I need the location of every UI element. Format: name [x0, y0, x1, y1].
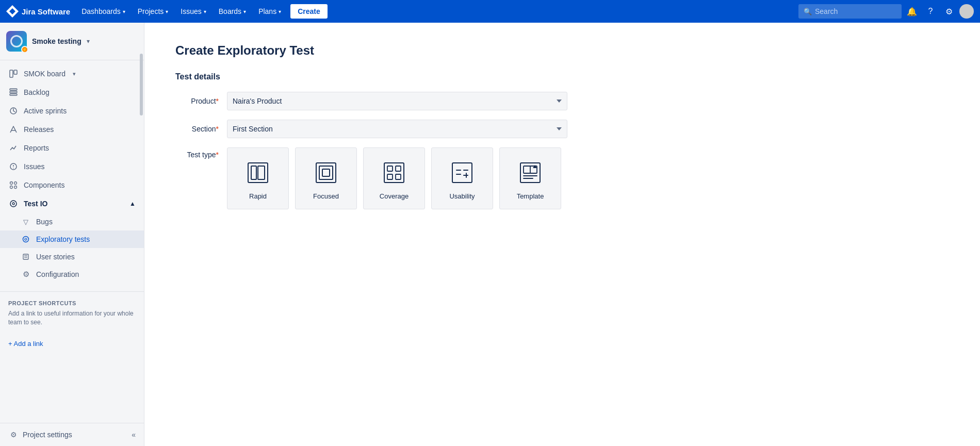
chevron-down-icon: ▾	[123, 9, 125, 14]
sidebar-item-reports[interactable]: Reports	[0, 139, 144, 157]
sidebar-item-smok-board[interactable]: SMOK board ▾	[0, 64, 144, 83]
main-content: Create Exploratory Test Test details Pro…	[144, 23, 980, 446]
focused-label: Focused	[313, 192, 339, 200]
svg-rect-1	[14, 70, 17, 74]
svg-rect-4	[10, 94, 17, 95]
rapid-icon	[242, 157, 273, 188]
test-io-chevron-icon: ▲	[129, 200, 136, 207]
svg-rect-18	[23, 254, 28, 259]
svg-point-15	[12, 203, 14, 205]
test-type-template[interactable]: Template	[499, 147, 561, 209]
svg-point-9	[13, 168, 14, 169]
search-input[interactable]	[815, 7, 896, 15]
sidebar-item-bugs[interactable]: ▽ Bugs	[0, 213, 144, 230]
collapse-sidebar-icon[interactable]: «	[132, 431, 136, 439]
create-button[interactable]: Create	[290, 4, 328, 19]
coverage-icon	[379, 157, 410, 188]
section-select[interactable]: First Section	[227, 120, 567, 138]
template-label: Template	[517, 192, 544, 200]
svg-rect-30	[387, 174, 393, 179]
sidebar-item-backlog[interactable]: Backlog	[0, 83, 144, 102]
test-type-row: Test type* Rapid	[175, 147, 949, 209]
settings-button[interactable]: ⚙	[941, 3, 957, 20]
nav-projects[interactable]: Projects ▾	[133, 4, 174, 19]
coverage-label: Coverage	[380, 192, 409, 200]
project-settings-label: Project settings	[23, 431, 72, 439]
help-icon: ?	[928, 7, 933, 16]
product-select[interactable]: Naira's Product	[227, 92, 567, 110]
add-link-label[interactable]: + Add a link	[8, 340, 43, 348]
avatar[interactable]	[959, 4, 974, 19]
rapid-label: Rapid	[249, 192, 267, 200]
bugs-icon: ▽	[21, 217, 31, 227]
product-row: Product* Naira's Product	[175, 92, 949, 110]
releases-icon	[8, 124, 19, 135]
svg-rect-28	[387, 166, 393, 171]
sidebar-item-user-stories[interactable]: User stories	[0, 248, 144, 266]
test-type-cards: Rapid Focused	[227, 147, 561, 209]
test-type-usability[interactable]: Usability	[431, 147, 493, 209]
svg-rect-32	[452, 163, 472, 183]
sidebar-item-active-sprints[interactable]: Active sprints	[0, 102, 144, 120]
smok-board-chevron-icon: ▾	[73, 71, 76, 77]
sprints-icon	[8, 106, 19, 116]
search-bar[interactable]: 🔍	[798, 4, 902, 19]
settings-icon: ⚙	[8, 430, 19, 440]
sidebar-nav: SMOK board ▾ Backlog Active sprints	[0, 60, 144, 287]
chevron-down-icon: ▾	[204, 9, 206, 14]
help-button[interactable]: ?	[922, 3, 939, 20]
logo[interactable]: Jira Software	[6, 5, 70, 18]
issues-icon	[8, 161, 19, 172]
add-link-area[interactable]: + Add a link	[0, 335, 144, 352]
sidebar-item-issues[interactable]: Issues	[0, 157, 144, 176]
page-title: Create Exploratory Test	[175, 43, 949, 58]
svg-rect-3	[10, 91, 17, 93]
sidebar-item-label: Exploratory tests	[36, 235, 90, 243]
svg-point-13	[14, 186, 17, 189]
test-type-rapid[interactable]: Rapid	[227, 147, 289, 209]
svg-rect-29	[396, 166, 401, 171]
usability-icon	[447, 157, 478, 188]
notifications-button[interactable]: 🔔	[904, 3, 920, 20]
section-row: Section* First Section	[175, 120, 949, 138]
sidebar-item-label: Configuration	[36, 270, 79, 278]
test-type-focused[interactable]: Focused	[295, 147, 357, 209]
backlog-icon	[8, 87, 19, 97]
project-header[interactable]: ⚡ Smoke testing ▾	[0, 23, 144, 60]
test-io-icon	[8, 199, 19, 209]
sidebar-section-test-io[interactable]: Test IO ▲	[0, 194, 144, 213]
nav-boards[interactable]: Boards ▾	[214, 4, 251, 19]
gear-icon: ⚙	[945, 7, 953, 16]
search-icon: 🔍	[804, 8, 812, 15]
nav-dashboards[interactable]: Dashboards ▾	[76, 4, 130, 19]
sidebar-item-label: Bugs	[36, 218, 53, 226]
sidebar-item-label: Issues	[24, 162, 44, 171]
sidebar: ⚡ Smoke testing ▾ SMOK board ▾ Backlog	[0, 23, 144, 446]
shortcuts-description: Add a link to useful information for you…	[8, 309, 136, 327]
sidebar-item-label: User stories	[36, 253, 75, 261]
test-io-label: Test IO	[24, 200, 47, 208]
svg-point-17	[25, 238, 27, 240]
svg-point-11	[14, 182, 17, 185]
svg-marker-43	[533, 165, 537, 168]
test-type-coverage[interactable]: Coverage	[363, 147, 425, 209]
project-name: Smoke testing	[32, 37, 81, 45]
nav-issues[interactable]: Issues ▾	[175, 4, 211, 19]
chevron-down-icon: ▾	[243, 9, 246, 14]
logo-diamond-icon	[6, 5, 19, 18]
sidebar-item-configuration[interactable]: ⚙ Configuration	[0, 266, 144, 283]
exploratory-icon	[21, 234, 31, 244]
main-layout: ⚡ Smoke testing ▾ SMOK board ▾ Backlog	[0, 23, 980, 446]
svg-point-16	[23, 237, 29, 242]
nav-plans[interactable]: Plans ▾	[253, 4, 286, 19]
sidebar-item-exploratory-tests[interactable]: Exploratory tests	[0, 230, 144, 248]
shortcuts-title: PROJECT SHORTCUTS	[8, 300, 136, 306]
sidebar-item-label: Active sprints	[24, 107, 67, 115]
project-chevron-icon[interactable]: ▾	[87, 38, 90, 45]
project-avatar: ⚡	[6, 31, 27, 52]
sidebar-item-label: Components	[24, 181, 64, 189]
project-settings-link[interactable]: ⚙ Project settings «	[0, 423, 144, 446]
reports-icon	[8, 143, 19, 153]
sidebar-item-releases[interactable]: Releases	[0, 120, 144, 139]
sidebar-item-components[interactable]: Components	[0, 176, 144, 194]
